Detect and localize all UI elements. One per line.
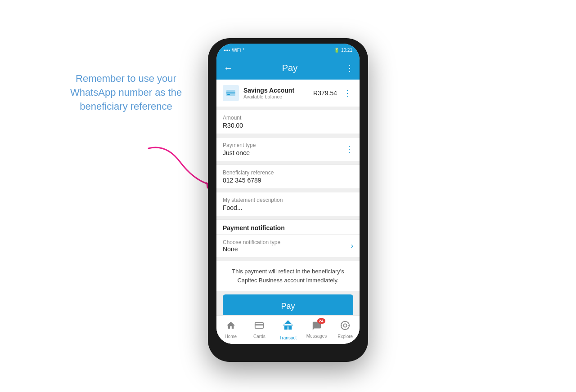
svg-rect-2 [226, 92, 235, 94]
beneficiary-reference-label: Beneficiary reference [223, 169, 353, 176]
nav-messages-label: Messages [306, 334, 327, 339]
nav-bar: ← Pay ⋮ [216, 56, 360, 80]
more-button[interactable]: ⋮ [345, 62, 354, 73]
status-time: 10:21 [341, 48, 352, 53]
svg-point-7 [344, 324, 347, 327]
annotation-line2: WhatsApp number as the [70, 87, 182, 98]
account-more-button[interactable]: ⋮ [342, 88, 353, 98]
info-box: This payment will reflect in the benefic… [216, 261, 360, 291]
status-right: 🔋 10:21 [334, 48, 352, 53]
pay-button[interactable]: Pay [223, 294, 353, 315]
nav-item-explore[interactable]: Explore [331, 318, 360, 342]
statement-description-label: My statement description [223, 197, 353, 203]
nav-item-messages[interactable]: 24 Messages [302, 318, 331, 341]
annotation-text: Remember to use your WhatsApp number as … [54, 72, 198, 113]
payment-notification-header: Payment notification [216, 220, 360, 235]
nav-title: Pay [234, 63, 345, 73]
svg-point-6 [341, 321, 349, 330]
annotation-line3: beneficiary reference [80, 101, 172, 112]
explore-icon [340, 321, 350, 333]
account-icon [223, 85, 239, 101]
notification-type-row[interactable]: Choose notification type None › [216, 235, 360, 257]
payment-type-label: Payment type [223, 142, 256, 148]
statement-description-section[interactable]: My statement description Food... [216, 192, 360, 216]
cards-icon [254, 321, 264, 333]
amount-section[interactable]: Amount R30.00 [216, 110, 360, 134]
back-button[interactable]: ← [222, 61, 234, 75]
battery-icon: 🔋 [334, 48, 339, 53]
phone-frame: ▪▪▪▪ WiFi * 🔋 10:21 ← Pay ⋮ [208, 38, 368, 362]
nav-explore-label: Explore [338, 334, 353, 339]
bottom-nav: Home Cards Transact 24 Messages [216, 315, 360, 344]
amount-label: Amount [223, 115, 353, 121]
svg-rect-3 [227, 94, 230, 95]
account-balance: R379.54 [313, 89, 337, 97]
payment-type-more[interactable]: ⋮ [345, 144, 353, 154]
beneficiary-reference-section[interactable]: Beneficiary reference 012 345 6789 [216, 165, 360, 188]
messages-badge: 24 [317, 318, 325, 324]
payment-type-section[interactable]: Payment type Just once ⋮ [216, 138, 360, 161]
messages-badge-wrapper: 24 [312, 321, 322, 333]
signal-icon: ▪▪▪▪ [224, 48, 230, 53]
bt-icon: * [243, 48, 244, 53]
notification-choose-label: Choose notification type [223, 239, 280, 245]
svg-rect-5 [255, 324, 263, 325]
payment-notification-section: Payment notification Choose notification… [216, 220, 360, 257]
notification-info: Choose notification type None [223, 239, 280, 253]
status-signal: ▪▪▪▪ WiFi * [224, 48, 244, 53]
transact-icon [282, 319, 294, 334]
nav-item-transact[interactable]: Transact [274, 316, 302, 343]
home-icon [226, 321, 236, 333]
nav-transact-label: Transact [279, 335, 297, 340]
account-sub: Available balance [243, 94, 309, 99]
phone-screen: ▪▪▪▪ WiFi * 🔋 10:21 ← Pay ⋮ [216, 44, 360, 344]
payment-type-value: Just once [223, 149, 256, 156]
info-line2: Capitec Business account immediately. [237, 277, 338, 284]
notification-choose-value: None [223, 245, 280, 253]
chevron-right-icon[interactable]: › [351, 242, 353, 250]
status-bar: ▪▪▪▪ WiFi * 🔋 10:21 [216, 44, 360, 56]
statement-description-value: Food... [223, 204, 353, 211]
info-line1: This payment will reflect in the benefic… [232, 268, 344, 275]
account-name: Savings Account [243, 87, 309, 94]
wifi-icon: WiFi [232, 48, 241, 53]
account-card[interactable]: Savings Account Available balance R379.5… [216, 80, 360, 107]
nav-item-cards[interactable]: Cards [245, 318, 274, 342]
account-info: Savings Account Available balance [243, 87, 309, 99]
nav-item-home[interactable]: Home [216, 318, 245, 342]
nav-home-label: Home [225, 334, 237, 339]
annotation-line1: Remember to use your [76, 73, 176, 84]
nav-cards-label: Cards [253, 334, 266, 339]
amount-value: R30.00 [223, 122, 353, 129]
screen-content[interactable]: Savings Account Available balance R379.5… [216, 80, 360, 315]
beneficiary-reference-value: 012 345 6789 [223, 177, 353, 184]
